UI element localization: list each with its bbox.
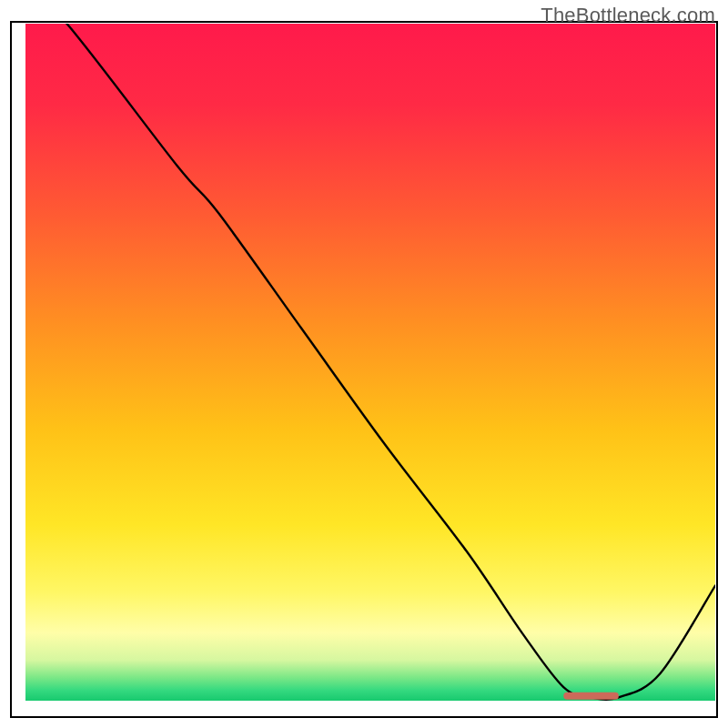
bottleneck-chart (0, 0, 728, 728)
watermark-text: TheBottleneck.com (541, 4, 715, 27)
chart-stage: TheBottleneck.com (0, 0, 728, 728)
gradient-background (25, 24, 715, 701)
optimal-range-marker (563, 693, 619, 700)
